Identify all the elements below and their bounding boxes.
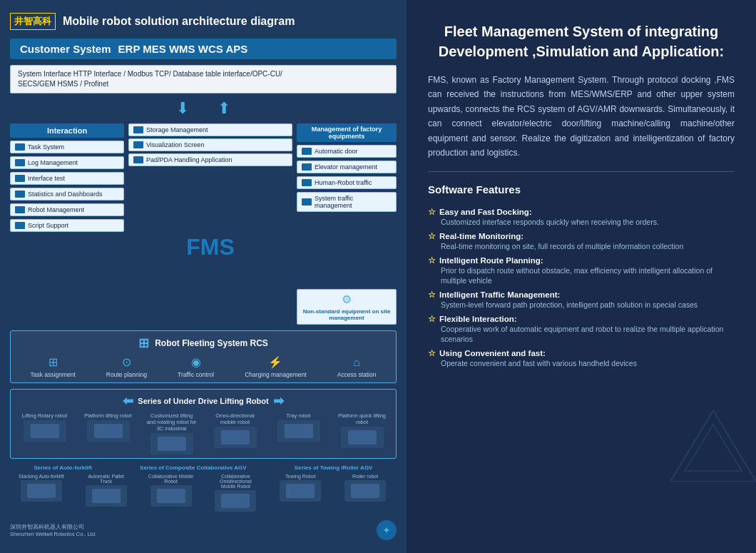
roller-label: Roller robot <box>352 474 378 479</box>
middle-section: Interaction Task System Log Management I… <box>10 123 397 325</box>
tray-label: Tray robot <box>287 412 311 419</box>
series-collab-label: Series of Composite Collaborative AGV <box>140 465 247 471</box>
series-forklift-label: Series of Auto-forklift <box>34 465 92 471</box>
rcs-header: ⊞ Robot Fleeting System RCS <box>15 335 392 351</box>
stats-label: Statistics and Dashboards <box>28 191 103 198</box>
arrow-down-icon: ⬇ <box>176 99 189 118</box>
features-list: ☆ Easy and Fast Docking: Customized inte… <box>428 207 735 372</box>
robot-type-quick: Platform quick lifting robot <box>337 412 387 448</box>
star-icon-2: ☆ <box>428 231 436 241</box>
feature-title-text-1: Easy and Fast Docking: <box>439 208 532 216</box>
software-features-title: Software Features <box>428 183 735 196</box>
fms-item-viz: Visualization Screen <box>128 138 292 151</box>
tray-img <box>277 420 320 442</box>
decorative-triangle <box>670 410 756 482</box>
feature-item-4: ☆ Intelligent Traffic Management: System… <box>428 290 735 310</box>
rcs-icon: ⊞ <box>138 335 149 351</box>
feature-desc-3: Prior to dispatch route without obstacle… <box>428 265 735 286</box>
divider-line <box>428 171 735 172</box>
rcs-section: ⊞ Robot Fleeting System RCS ⊞ Task assig… <box>10 330 397 383</box>
omni-label: Omni-directional mobile robot <box>210 412 260 425</box>
under-drive-title: Series of Under Drive Lifting Robot <box>138 397 268 405</box>
rcs-items: ⊞ Task assignment ⊙ Route planning ◉ Tra… <box>15 355 392 378</box>
feature-title-1: ☆ Easy and Fast Docking: <box>428 207 735 217</box>
company-en: Shenzhen Wellwit Robotics Co., Ltd. <box>10 531 96 537</box>
feature-desc-5: Cooperative work of automatic equipment … <box>428 324 735 345</box>
sys-interface-line2: SECS/GEM HSMS / Profinet <box>18 79 389 89</box>
rcs-access-icon: ⌂ <box>353 356 360 369</box>
fms-column: Storage Management Visualization Screen … <box>128 123 292 325</box>
robot-icon <box>15 206 25 213</box>
rcs-route-icon: ⊙ <box>122 355 131 369</box>
factory-item-human: Human-Robot traffic <box>297 176 397 189</box>
lifting-rotary-label: Lifting Rotary robot <box>22 412 67 419</box>
rcs-item-access: ⌂ Access station <box>337 356 377 378</box>
company-cn: 深圳井智高科机器人有限公司 <box>10 524 96 531</box>
series-towing-label: Series of Towing /Roller AGV <box>295 465 373 471</box>
feature-title-2: ☆ Real-time Monitoring: <box>428 231 735 241</box>
robot-collab-mobile: Collaborative Mobile Robot <box>148 474 194 512</box>
collab-omni-label: Collaborative Omidirectional Mobile Robo… <box>213 474 259 489</box>
customized-label: Customized lifting and rotating robot fo… <box>147 412 197 432</box>
interaction-item-robot: Robot Management <box>10 203 124 216</box>
rcs-charging-icon: ⚡ <box>268 355 282 369</box>
company-info: 深圳井智高科机器人有限公司 Shenzhen Wellwit Robotics … <box>10 524 96 537</box>
traffic-label: System traffic management <box>315 195 392 209</box>
feature-title-6: ☆ Using Convenient and fast: <box>428 348 735 358</box>
left-footer: 深圳井智高科机器人有限公司 Shenzhen Wellwit Robotics … <box>10 517 397 540</box>
platform-label: Platform lifting robot <box>84 412 132 419</box>
feature-item-1: ☆ Easy and Fast Docking: Customized inte… <box>428 207 735 228</box>
log-label: Log Management <box>28 159 78 166</box>
rcs-traffic-label: Traffic control <box>178 371 214 378</box>
arrow-right-icon: ➡ <box>273 393 284 409</box>
star-icon-6: ☆ <box>428 348 436 358</box>
robot-type-customized: Customized lifting and rotating robot fo… <box>147 412 197 455</box>
customized-img <box>150 433 193 455</box>
feature-title-text-3: Intelligent Route Planning: <box>439 256 543 265</box>
platform-img <box>87 420 130 442</box>
stats-icon <box>15 191 25 198</box>
interaction-column: Interaction Task System Log Management I… <box>10 123 124 325</box>
lifting-rotary-img <box>24 420 66 442</box>
feature-title-text-5: Flexible Interaction: <box>439 315 517 323</box>
rcs-task-label: Task assignment <box>31 371 76 378</box>
main-title: Mobile robot solution architecture diagr… <box>63 15 295 28</box>
fms-logo: FMS <box>128 169 292 325</box>
feature-title-text-2: Real-time Monitoring: <box>439 232 523 240</box>
feature-item-6: ☆ Using Convenient and fast: Operate con… <box>428 348 735 369</box>
feature-desc-6: Operate convenient and fast with various… <box>428 358 735 369</box>
interaction-item-stats: Statistics and Dashboards <box>10 188 124 201</box>
factory-item-traffic: System traffic management <box>297 192 397 212</box>
storage-icon <box>133 126 143 133</box>
pad-icon <box>133 156 143 163</box>
robot-label: Robot Management <box>28 206 84 213</box>
under-drive-header: ⬅ Series of Under Drive Lifting Robot ➡ <box>14 393 392 409</box>
logo-text: 井智高科 <box>10 13 56 30</box>
interaction-item-log: Log Management <box>10 156 124 169</box>
elevator-label: Elevator management <box>315 163 377 171</box>
feature-title-3: ☆ Intelligent Route Planning: <box>428 255 735 265</box>
sys-interface-line1: System Interface HTTP Interface / Modbus… <box>18 69 389 79</box>
viz-label: Visualization Screen <box>146 141 204 148</box>
task-label: Task System <box>28 143 64 151</box>
human-label: Human-Robot traffic <box>315 179 372 186</box>
svg-marker-1 <box>685 425 742 471</box>
task-icon <box>15 143 25 151</box>
nonstandard-box: ⚙ Non-standard equipment on site managem… <box>297 289 397 325</box>
human-icon <box>302 179 312 186</box>
arrows-row: ⬇ ⬆ <box>10 99 397 118</box>
rcs-item-charging: ⚡ Charging management <box>245 355 306 378</box>
feature-item-3: ☆ Intelligent Route Planning: Prior to d… <box>428 255 735 286</box>
roller-img <box>344 480 386 502</box>
door-label: Automatic door <box>315 148 358 155</box>
nonstandard-label: Non-standard equipment on site managemen… <box>300 308 393 321</box>
star-icon-1: ☆ <box>428 207 436 217</box>
towing-label: Towing Robot <box>285 474 315 479</box>
pallet-label: Automatic Pallet Truck <box>83 474 129 484</box>
star-icon-5: ☆ <box>428 314 436 324</box>
rcs-charging-label: Charging management <box>245 371 306 378</box>
log-icon <box>15 159 25 166</box>
feature-title-text-4: Intelligent Traffic Management: <box>439 290 560 299</box>
customer-systems: ERP MES WMS WCS APS <box>118 43 248 55</box>
interaction-item-task: Task System <box>10 141 124 153</box>
